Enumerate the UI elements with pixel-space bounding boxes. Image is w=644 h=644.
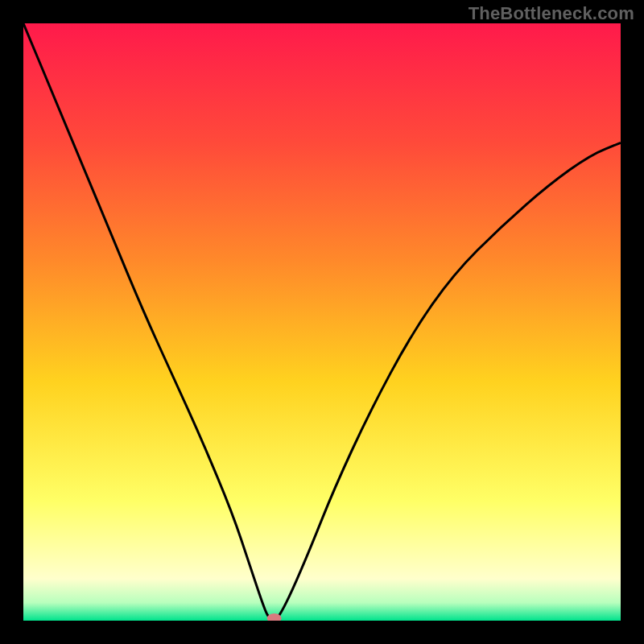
plot-area — [23, 23, 621, 621]
gradient-background — [23, 23, 621, 621]
chart-svg — [23, 23, 621, 621]
watermark-text: TheBottleneck.com — [469, 3, 634, 24]
chart-root: TheBottleneck.com — [0, 0, 644, 644]
